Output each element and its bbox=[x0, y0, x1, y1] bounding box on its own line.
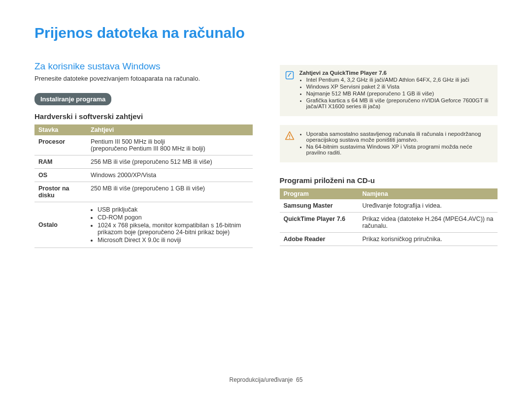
req-th-item: Stavka bbox=[34, 124, 87, 135]
table-row: QuickTime Player 7.6 Prikaz videa (datot… bbox=[280, 213, 498, 233]
right-column: Zahtjevi za QuickTime Player 7.6 Intel P… bbox=[280, 61, 498, 248]
note-callout: Zahtjevi za QuickTime Player 7.6 Intel P… bbox=[280, 65, 498, 116]
hw-sw-requirements-heading: Hardverski i softverski zahtjevi bbox=[34, 112, 253, 121]
prog-quicktime-value: Prikaz videa (datoteke H.264 (MPEG4.AVC)… bbox=[359, 213, 498, 233]
prog-quicktime-label: QuickTime Player 7.6 bbox=[280, 213, 359, 233]
warning-icon bbox=[285, 130, 295, 156]
left-column: Za korisnike sustava Windows Prenesite d… bbox=[34, 61, 253, 248]
req-disk-value: 250 MB ili više (preporučeno 1 GB ili vi… bbox=[87, 182, 253, 202]
prog-th-purpose: Namjena bbox=[359, 188, 498, 199]
list-item: Grafička kartica s 64 MB ili više (prepo… bbox=[306, 97, 491, 109]
svg-point-2 bbox=[289, 138, 290, 139]
req-ram-value: 256 MB ili više (preporučeno 512 MB ili … bbox=[87, 155, 253, 169]
intro-text: Prenesite datoteke povezivanjem fotoapar… bbox=[34, 75, 253, 82]
footer-section: Reprodukcija/uređivanje bbox=[230, 376, 293, 383]
list-item: USB priključak bbox=[98, 206, 249, 213]
list-item: Windows XP Servisni paket 2 ili Vista bbox=[306, 84, 491, 90]
table-row: Prostor na disku 250 MB ili više (prepor… bbox=[34, 182, 253, 202]
page-title: Prijenos datoteka na računalo bbox=[34, 25, 498, 41]
list-item: Najmanje 512 MB RAM (preporučeno 1 GB il… bbox=[306, 91, 491, 96]
table-row: OS Windows 2000/XP/Vista bbox=[34, 169, 253, 182]
prog-samsung-label: Samsung Master bbox=[280, 199, 359, 213]
section-title: Za korisnike sustava Windows bbox=[34, 61, 253, 72]
warning-callout: Uporaba samostalno sastavljenog računala… bbox=[280, 125, 498, 162]
list-item: 1024 x 768 piksela, monitor kompatibilan… bbox=[98, 222, 249, 236]
req-os-value: Windows 2000/XP/Vista bbox=[87, 169, 253, 182]
install-programs-pill: Instaliranje programa bbox=[34, 93, 111, 105]
req-other-value: USB priključak CD-ROM pogon 1024 x 768 p… bbox=[87, 202, 253, 248]
req-disk-label: Prostor na disku bbox=[34, 182, 87, 202]
prog-samsung-value: Uređivanje fotografija i videa. bbox=[359, 199, 498, 213]
footer-page-number: 65 bbox=[296, 376, 302, 383]
table-row: Adobe Reader Prikaz korisničkog priručni… bbox=[280, 233, 498, 246]
req-processor-label: Procesor bbox=[34, 135, 87, 155]
list-item: Intel Pentium 4, 3,2 GHz ili jači/AMD At… bbox=[306, 77, 491, 83]
programs-table: Program Namjena Samsung Master Uređivanj… bbox=[280, 188, 498, 246]
table-row: RAM 256 MB ili više (preporučeno 512 MB … bbox=[34, 155, 253, 169]
list-item: CD-ROM pogon bbox=[98, 214, 249, 221]
req-os-label: OS bbox=[34, 169, 87, 182]
prog-adobe-label: Adobe Reader bbox=[280, 233, 359, 246]
prog-adobe-value: Prikaz korisničkog priručnika. bbox=[359, 233, 498, 246]
req-ram-label: RAM bbox=[34, 155, 87, 169]
note-icon bbox=[285, 70, 295, 110]
req-other-label: Ostalo bbox=[34, 202, 87, 248]
table-row: Samsung Master Uređivanje fotografija i … bbox=[280, 199, 498, 213]
list-item: Na 64-bitnim sustavima Windows XP i Vist… bbox=[306, 144, 491, 155]
cd-programs-heading: Programi priloženi na CD-u bbox=[280, 176, 498, 185]
prog-th-program: Program bbox=[280, 188, 359, 199]
req-processor-value: Pentium III 500 MHz ili bolji (preporuče… bbox=[87, 135, 253, 155]
list-item: Microsoft Direct X 9.0c ili noviji bbox=[98, 237, 249, 244]
note-title: Zahtjevi za QuickTime Player 7.6 bbox=[299, 70, 491, 76]
requirements-table: Stavka Zahtjevi Procesor Pentium III 500… bbox=[34, 124, 253, 248]
list-item: Uporaba samostalno sastavljenog računala… bbox=[306, 131, 491, 143]
table-row: Procesor Pentium III 500 MHz ili bolji (… bbox=[34, 135, 253, 155]
page-footer: Reprodukcija/uređivanje 65 bbox=[0, 376, 532, 383]
req-th-requirements: Zahtjevi bbox=[87, 124, 253, 135]
table-row: Ostalo USB priključak CD-ROM pogon 1024 … bbox=[34, 202, 253, 248]
